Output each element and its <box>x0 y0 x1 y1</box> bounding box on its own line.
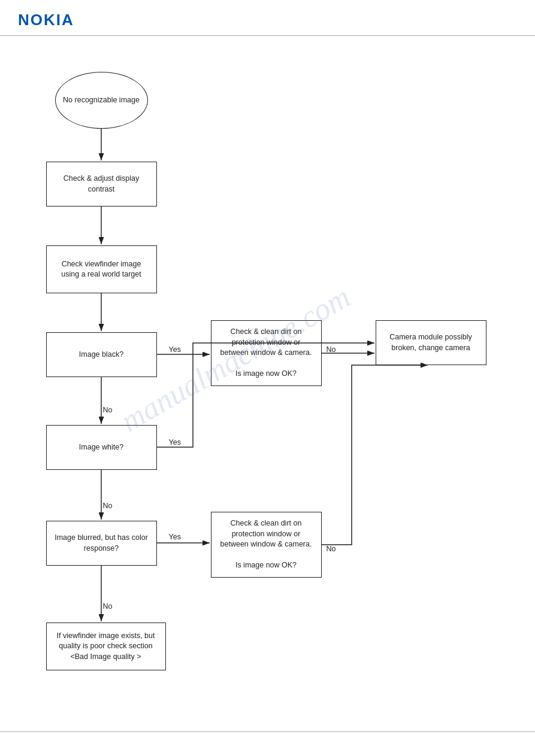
yes1-label: Yes <box>169 345 181 354</box>
step6-node: Image white? <box>46 425 157 470</box>
step3-node: Image black? <box>46 332 157 377</box>
step2-label: Check viewfinder image using a real worl… <box>53 259 150 280</box>
step6-label: Image white? <box>79 442 123 453</box>
no5-label: No <box>103 602 113 611</box>
step8-label: Check & clean dirt on protection window … <box>217 518 315 571</box>
step9-label: If viewfinder image exists, but quality … <box>53 631 159 663</box>
step9-node: If viewfinder image exists, but quality … <box>46 623 166 670</box>
step4-node: Check & clean dirt on protection window … <box>211 320 322 386</box>
step7-label: Image blurred, but has color response? <box>53 533 150 554</box>
header-divider <box>0 35 535 36</box>
step5-label: Camera module possibly broken, change ca… <box>382 332 480 353</box>
step4-label: Check & clean dirt on protection window … <box>217 327 315 379</box>
step1-node: Check & adjust display contrast <box>46 162 157 207</box>
yes2-label: Yes <box>169 438 181 447</box>
step5-node: Camera module possibly broken, change ca… <box>376 320 486 365</box>
step7-node: Image blurred, but has color response? <box>46 521 157 566</box>
flowchart: manualmachine.com No recognizable image … <box>10 54 525 724</box>
no3-label: No <box>103 502 113 510</box>
no2-label: No <box>103 406 113 414</box>
footer-divider <box>0 731 535 732</box>
start-node: No recognizable image <box>55 72 148 129</box>
yes3-label: Yes <box>169 533 181 541</box>
start-label: No recognizable image <box>63 95 140 105</box>
step1-label: Check & adjust display contrast <box>53 174 150 195</box>
nokia-logo: NOKIA <box>18 11 517 29</box>
no1-label: No <box>327 345 336 354</box>
no4-label: No <box>327 545 336 553</box>
header: NOKIA <box>0 0 535 35</box>
step3-label: Image black? <box>79 350 123 360</box>
step8-node: Check & clean dirt on protection window … <box>211 512 322 578</box>
step2-node: Check viewfinder image using a real worl… <box>46 245 157 293</box>
